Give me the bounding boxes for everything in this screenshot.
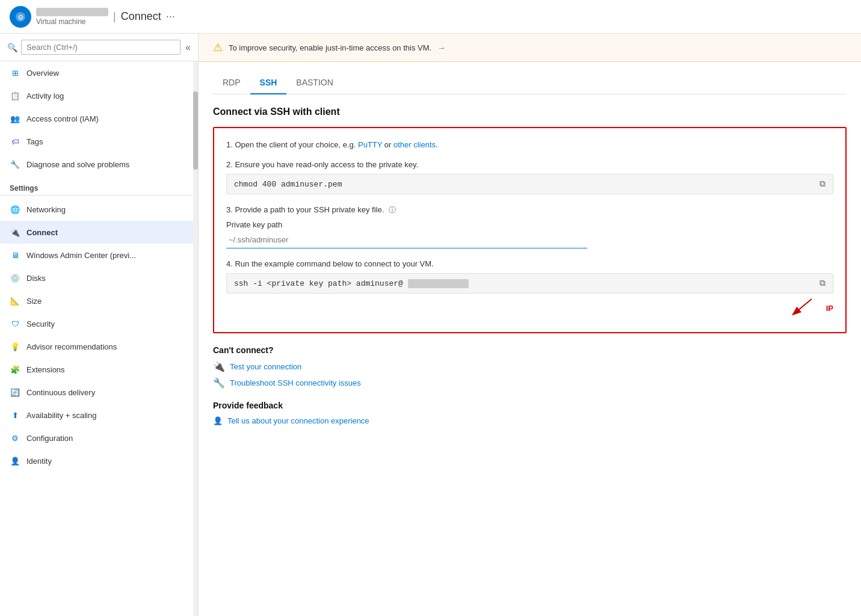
warning-text: To improve security, enable just-in-time… <box>229 43 431 52</box>
step-1-title: 1. Open the client of your choice, e.g. … <box>226 140 833 149</box>
sidebar-item-label: Diagnose and solve problems <box>26 160 129 169</box>
test-connection-link[interactable]: 🔌 Test your connection <box>213 361 847 372</box>
putty-link[interactable]: PuTTY <box>358 140 382 149</box>
sidebar-search-area: 🔍 « <box>0 34 198 61</box>
sidebar-item-configuration[interactable]: ⚙ Configuration <box>0 427 198 449</box>
sidebar-item-overview[interactable]: ⊞ Overview <box>0 61 198 84</box>
main-layout: 🔍 « ⊞ Overview 📋 Activity log 👥 Access c… <box>0 34 861 616</box>
advisor-icon: 💡 <box>10 341 20 352</box>
step-1-or: or <box>382 140 393 149</box>
chmod-code-block: chmod 400 adminuser.pem ⧉ <box>226 174 833 194</box>
identity-icon: 👤 <box>10 455 20 466</box>
windows-admin-icon: 🖥 <box>10 250 20 260</box>
warning-banner: ⚠ To improve security, enable just-in-ti… <box>199 34 861 62</box>
top-bar: ⚙ Virtual machine | Connect ··· <box>0 0 861 34</box>
feedback-section: Provide feedback 👤 Tell us about your co… <box>213 401 847 425</box>
tab-bastion[interactable]: BASTION <box>286 72 342 94</box>
feedback-link-label: Tell us about your connection experience <box>227 416 369 425</box>
sidebar-item-label: Networking <box>26 205 66 214</box>
diagnose-icon: 🔧 <box>10 159 20 170</box>
sidebar-item-size[interactable]: 📐 Size <box>0 289 198 312</box>
troubleshoot-icon: 🔧 <box>213 377 225 389</box>
step-2-title: 2. Ensure you have read-only access to t… <box>226 160 833 169</box>
ip-annotation: IP <box>226 294 833 320</box>
sidebar-item-label: Identity <box>26 457 52 466</box>
collapse-sidebar-button[interactable]: « <box>185 42 191 53</box>
overview-icon: ⊞ <box>10 67 20 78</box>
sidebar-item-label: Availability + scaling <box>26 411 96 420</box>
ssh-section-heading: Connect via SSH with client <box>213 106 847 117</box>
copy-chmod-button[interactable]: ⧉ <box>819 179 826 189</box>
sidebar-item-diagnose[interactable]: 🔧 Diagnose and solve problems <box>0 153 198 176</box>
step-3-text: 3. Provide a path to your SSH private ke… <box>226 205 384 214</box>
step-1: 1. Open the client of your choice, e.g. … <box>226 140 833 149</box>
step-2: 2. Ensure you have read-only access to t… <box>226 160 833 194</box>
sidebar-item-label: Windows Admin Center (previ... <box>26 251 136 260</box>
troubleshoot-label: Troubleshoot SSH connectivity issues <box>230 378 361 387</box>
sidebar-item-activity-log[interactable]: 📋 Activity log <box>0 84 198 107</box>
feedback-heading: Provide feedback <box>213 401 847 410</box>
warning-icon: ⚠ <box>213 41 223 54</box>
sidebar-item-availability[interactable]: ⬆ Availability + scaling <box>0 404 198 427</box>
sidebar-item-tags[interactable]: 🏷 Tags <box>0 130 198 153</box>
security-icon: 🛡 <box>10 318 20 329</box>
other-clients-link[interactable]: other clients <box>393 140 436 149</box>
sidebar-item-label: Overview <box>26 69 59 78</box>
sidebar: 🔍 « ⊞ Overview 📋 Activity log 👥 Access c… <box>0 34 199 616</box>
settings-section-label: Settings <box>0 176 198 196</box>
sidebar-item-label: Connect <box>26 228 58 237</box>
tab-rdp[interactable]: RDP <box>213 72 250 94</box>
steps-box: 1. Open the client of your choice, e.g. … <box>213 127 847 333</box>
warning-link[interactable]: → <box>437 43 445 52</box>
tab-ssh[interactable]: SSH <box>250 72 287 94</box>
cant-connect-heading: Can't connect? <box>213 345 847 355</box>
extensions-icon: 🧩 <box>10 364 20 375</box>
sidebar-item-extensions[interactable]: 🧩 Extensions <box>0 358 198 381</box>
sidebar-item-label: Size <box>26 297 42 306</box>
sidebar-item-advisor[interactable]: 💡 Advisor recommendations <box>0 335 198 358</box>
scrollbar-thumb[interactable] <box>193 91 198 170</box>
sidebar-item-access-control[interactable]: 👥 Access control (IAM) <box>0 107 198 130</box>
availability-icon: ⬆ <box>10 410 20 420</box>
delivery-icon: 🔄 <box>10 387 20 398</box>
search-input[interactable] <box>21 40 181 55</box>
sidebar-item-connect[interactable]: 🔌 Connect <box>0 221 198 244</box>
private-key-label: Private key path <box>226 220 833 229</box>
sidebar-item-label: Security <box>26 319 55 328</box>
feedback-icon: 👤 <box>213 416 223 425</box>
main-content: ⚠ To improve security, enable just-in-ti… <box>199 34 861 616</box>
ip-arrow-svg <box>776 296 824 320</box>
networking-icon: 🌐 <box>10 204 20 215</box>
copy-ssh-button[interactable]: ⧉ <box>819 279 826 288</box>
size-icon: 📐 <box>10 295 20 306</box>
tags-icon: 🏷 <box>10 136 20 147</box>
sidebar-item-disks[interactable]: 💿 Disks <box>0 266 198 289</box>
sidebar-item-security[interactable]: 🛡 Security <box>0 312 198 335</box>
app-logo: ⚙ <box>10 6 31 28</box>
info-icon[interactable]: ⓘ <box>389 206 396 214</box>
troubleshoot-ssh-link[interactable]: 🔧 Troubleshoot SSH connectivity issues <box>213 377 847 389</box>
ip-blurred: ████████████ <box>408 279 469 288</box>
sidebar-item-label: Configuration <box>26 434 73 443</box>
feedback-link[interactable]: 👤 Tell us about your connection experien… <box>213 416 847 425</box>
svg-text:⚙: ⚙ <box>17 13 24 22</box>
svg-line-2 <box>794 299 812 314</box>
private-key-input[interactable] <box>226 232 587 248</box>
sidebar-item-windows-admin[interactable]: 🖥 Windows Admin Center (previ... <box>0 244 198 266</box>
page-title: Connect <box>121 10 161 23</box>
more-options-button[interactable]: ··· <box>166 10 175 23</box>
sidebar-item-label: Advisor recommendations <box>26 342 117 351</box>
vm-label-group: Virtual machine <box>36 8 108 26</box>
step-3-title: 3. Provide a path to your SSH private ke… <box>226 205 833 215</box>
title-divider: | <box>113 10 116 23</box>
sidebar-item-label: Continuous delivery <box>26 388 95 397</box>
sidebar-item-label: Activity log <box>26 91 64 100</box>
step-4-title: 4. Run the example command below to conn… <box>226 259 833 268</box>
sidebar-item-continuous-delivery[interactable]: 🔄 Continuous delivery <box>0 381 198 404</box>
search-icon: 🔍 <box>7 43 17 52</box>
sidebar-item-networking[interactable]: 🌐 Networking <box>0 198 198 221</box>
scrollbar-track[interactable] <box>193 61 198 616</box>
vm-subtitle: Virtual machine <box>36 17 108 26</box>
sidebar-item-identity[interactable]: 👤 Identity <box>0 449 198 472</box>
sidebar-item-label: Disks <box>26 274 46 283</box>
